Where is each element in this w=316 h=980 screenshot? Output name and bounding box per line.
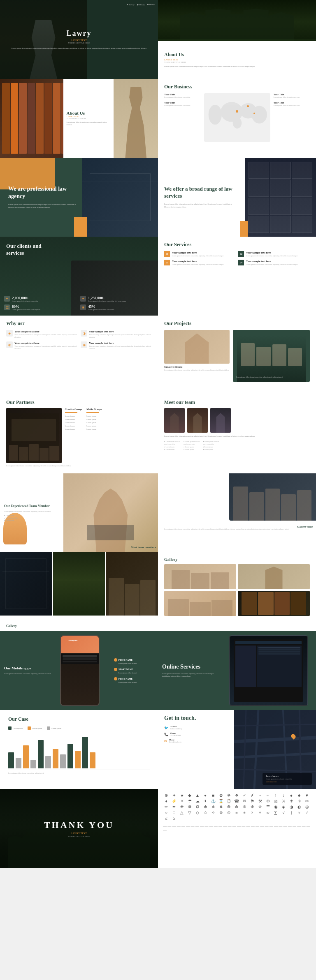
stat3-num: 80%	[12, 304, 40, 309]
slide-our-partners: Our Partners Creative Groups	[0, 394, 158, 473]
slide-thank-you: THANK YOU LAWRY TEXT YOUR SUBTITLE HERE	[0, 789, 158, 868]
service-item-4: 04 Your sample text here Lorem ipsum dol…	[238, 260, 310, 266]
meet-team-title: Meet our team	[164, 399, 310, 406]
slide-online-services: Online Services Lorem ipsum dolor sit am…	[158, 631, 316, 710]
slide-our-business: Our Business Your Title Lorem ipsum dolo…	[158, 79, 316, 158]
slide-about-us-2: About Us LAWRY TEXT YOUR SUBTITLE HERE L…	[0, 79, 158, 158]
about-us-title-2: About Us	[67, 111, 111, 115]
exp-team-title: Our Experienced Team Member	[4, 504, 59, 508]
why-item-3: ◐ Your sample text here There are many v…	[6, 341, 77, 350]
svg-point-4	[251, 106, 267, 124]
slide-why-us: Why us? ◈ Your sample text here There ar…	[0, 316, 158, 394]
social2: ◆ #lawry	[137, 3, 145, 6]
professional-body: Lorem ipsum dolor sit amet consectetur a…	[8, 203, 81, 209]
slide-gallery-2: Gallery	[158, 552, 316, 631]
why-item-4: ◉ Your sample text here There are many v…	[81, 341, 152, 350]
about-us-title-1: About Us	[164, 52, 310, 58]
why-us-title: Why us?	[6, 321, 152, 327]
stat4-num: 45%	[88, 304, 114, 309]
why-item-2: ◑ Your sample text here There are many v…	[81, 330, 152, 338]
gallery-slide-desc: Lorem ipsum dolor sit amet consectetur a…	[164, 528, 310, 530]
offer-body: Lorem ipsum dolor sit amet consectetur a…	[164, 203, 234, 209]
slide-gallery-1: Gallery	[0, 552, 158, 631]
online-services-desc: Lorem ipsum dolor sit amet consectetur a…	[162, 673, 217, 678]
social1: ✦ #lawry	[127, 3, 135, 6]
about-us-subtitle-1: LAWRY TEXT	[164, 58, 310, 61]
slide-our-case: Our Case Lorem ipsum Lorem ipsum Lorem i…	[0, 710, 158, 789]
case-title: Our Case	[8, 716, 150, 722]
slide-offer-services: We offer a broad range of law services L…	[158, 158, 316, 237]
clients-title: Our clients andservices	[6, 243, 42, 257]
slide-get-in-touch: Get in touch. 🐦 Twitter twitter.com/lawr…	[158, 710, 316, 789]
lawry-body: Lorem ipsum dolor sit amet consectetur a…	[3, 47, 155, 50]
service-item-1: 01 Your sample text here Lorem ipsum dol…	[164, 251, 236, 257]
svg-point-2	[232, 118, 241, 129]
gallery-title-2: Gallery	[164, 557, 310, 562]
mobile-apps-title: Our Mobile apps	[4, 666, 59, 671]
stat1-label: Lorem ipsum dolor sit amet consectetur	[12, 300, 38, 302]
projects-title: Our Projects	[164, 321, 310, 327]
slide-icon-grid: ⊕ ✦ ★ ◆ ▲ ● ■ ✿ ❋ ❖ ✓ ✗ → ← ↑ ↓ ♠ ♣ ♥ ♦ …	[158, 789, 316, 868]
service-item-3: 03 Your sample text here Lorem ipsum dol…	[164, 260, 236, 266]
why-item-1: ◈ Your sample text here There are many v…	[6, 330, 77, 338]
thank-you-subtitle: LAWRY TEXT	[71, 832, 87, 835]
service-item-2: 02 Your sample text here Lorem ipsum dol…	[238, 251, 310, 257]
stat2-num: 1,250,000+	[88, 296, 126, 300]
svg-point-0	[208, 105, 221, 125]
project1-desc: Lorem ipsum dolor sit amet consectetur a…	[164, 369, 230, 371]
lawry-subtitle: LAWRY TEXT	[71, 39, 87, 42]
slide-about-us-1: About Us LAWRY TEXT YOUR SUBTITLE HERE L…	[158, 0, 316, 79]
slide-clients-services: Our clients andservices ✦ 2,000,000+ Lor…	[0, 237, 158, 316]
online-services-title: Online Services	[162, 664, 217, 671]
services-title: Our Services	[164, 242, 310, 248]
slide-mobile-apps: Our Mobile apps Lorem ipsum dolor sit am…	[0, 631, 158, 710]
slide-our-projects: Our Projects Creative Simple Lorem ipsum…	[158, 316, 316, 394]
stat1-num: 2,000,000+	[12, 296, 38, 300]
slide-our-services: Our Services 01 Your sample text here Lo…	[158, 237, 316, 316]
business-title: Our Business	[164, 84, 310, 90]
slide-professional-law: We are professional law agency Lorem ips…	[0, 158, 158, 237]
thank-you-title: THANK YOU	[44, 820, 114, 830]
gallery-label-1: Gallery	[6, 624, 17, 628]
slide-meet-team: Meet our team Lorem ipsum dolor sit amet…	[158, 394, 316, 473]
lawry-title: Lawry	[67, 29, 92, 38]
slide-lawry-cover: Lawry LAWRY TEXT YOUR SUBTITLE HERE Lore…	[0, 0, 158, 79]
offer-title: We offer a broad range of law services	[164, 186, 234, 200]
meet-team-members-label: Meet team members	[131, 546, 156, 549]
slide-experienced-team: Our Experienced Team Member Lorem ipsum …	[0, 473, 158, 552]
lawry-subtitle2: YOUR SUBTITLE HERE	[68, 42, 90, 44]
project1-title: Creative Simple	[164, 365, 230, 368]
slide-gallery-slide: Gallery slide Lorem ipsum dolor sit amet…	[158, 473, 316, 552]
social3: ■ #lawry	[147, 3, 155, 6]
partners-title: Our Partners	[6, 399, 152, 406]
about-us-body-1: Lorem ipsum dolor sit amet consectetur a…	[164, 65, 310, 68]
professional-title: We are professional law agency	[8, 185, 81, 200]
